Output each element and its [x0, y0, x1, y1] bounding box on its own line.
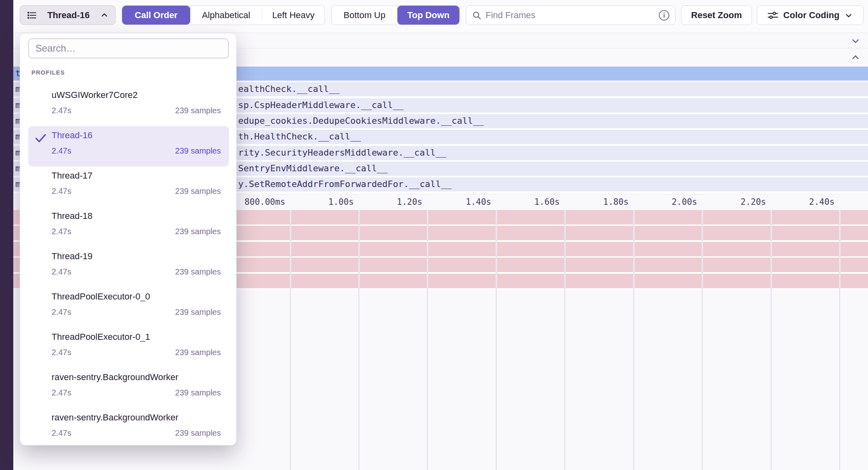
- sliders-icon: [767, 10, 779, 21]
- sort-segmented-control: Call Order Alphabetical Left Heavy: [122, 5, 325, 25]
- segment-left-heavy[interactable]: Left Heavy: [262, 6, 324, 25]
- gridline: [358, 289, 359, 470]
- gridline: [427, 210, 428, 289]
- profile-duration: 2.47s: [52, 308, 71, 317]
- axis-tick: 1.00s: [328, 197, 354, 207]
- chevron-up-icon[interactable]: [850, 52, 861, 62]
- profile-name: Thread-18: [52, 211, 93, 221]
- reset-zoom-label: Reset Zoom: [691, 10, 742, 21]
- profile-name: Thread-17: [52, 171, 93, 181]
- profile-option[interactable]: ThreadPoolExecutor-0_0 2.47s 239 samples: [28, 287, 229, 328]
- gridline: [702, 210, 703, 289]
- profile-samples: 239 samples: [175, 348, 221, 357]
- gridline: [496, 289, 497, 470]
- profile-option-selected[interactable]: Thread-16 2.47s 239 samples: [28, 126, 229, 166]
- profile-samples: 239 samples: [175, 308, 221, 317]
- gridline: [633, 210, 635, 289]
- frame-label: SentryEnvMiddleware.__call__: [238, 163, 388, 173]
- profile-option[interactable]: ThreadPoolExecutor-0_1 2.47s 239 samples: [28, 328, 229, 368]
- gridline: [290, 289, 291, 470]
- gridline: [358, 210, 360, 289]
- profile-samples: 239 samples: [175, 106, 221, 115]
- profile-name: ThreadPoolExecutor-0_0: [52, 291, 150, 302]
- axis-tick: 2.40s: [809, 197, 835, 207]
- profile-option[interactable]: raven-sentry.BackgroundWorker 2.47s 239 …: [28, 408, 229, 449]
- frame-label: rity.SecurityHeadersMiddleware.__call__: [238, 148, 446, 158]
- axis-tick: 2.00s: [672, 197, 697, 207]
- frame-label: ealthCheck.__call__: [238, 84, 340, 94]
- chevron-up-icon: [100, 11, 109, 20]
- profile-samples: 239 samples: [175, 146, 221, 156]
- direction-segmented-control: Bottom Up Top Down: [331, 5, 460, 25]
- color-coding-label: Color Coding: [783, 10, 839, 21]
- axis-tick: 800.00ms: [245, 197, 285, 207]
- profile-duration: 2.47s: [52, 428, 71, 438]
- profile-option[interactable]: raven-sentry.BackgroundWorker 2.47s 239 …: [28, 368, 229, 408]
- profile-name: raven-sentry.BackgroundWorker: [52, 372, 179, 383]
- axis-tick: 1.60s: [534, 197, 560, 207]
- profile-name: uWSGIWorker7Core2: [52, 90, 138, 100]
- gridline: [290, 210, 291, 289]
- gridline: [770, 210, 772, 289]
- profile-duration: 2.47s: [52, 388, 71, 397]
- frame-label: y.SetRemoteAddrFromForwardedFor.__call__: [238, 179, 452, 189]
- profile-samples: 239 samples: [175, 227, 221, 236]
- chevron-down-icon: [844, 11, 853, 20]
- profile-option[interactable]: uWSGIWorker7Core2 2.47s 239 samples: [28, 86, 229, 126]
- profile-samples: 239 samples: [175, 428, 221, 438]
- profile-name: raven-sentry.BackgroundWorker: [52, 412, 179, 423]
- profiles-section-label: PROFILES: [31, 69, 65, 76]
- frame-label: sp.CspHeaderMiddleware.__call__: [238, 100, 404, 110]
- profiling-toolbar: Thread-16 Call Order Alphabetical Left H…: [13, 0, 868, 33]
- axis-tick: 1.40s: [466, 197, 491, 207]
- reset-zoom-button[interactable]: Reset Zoom: [681, 5, 752, 25]
- segment-bottom-up[interactable]: Bottom Up: [332, 6, 397, 25]
- profile-option[interactable]: Thread-18 2.47s 239 samples: [28, 207, 229, 247]
- profile-name: ThreadPoolExecutor-0_1: [52, 332, 150, 342]
- profile-name: Thread-19: [52, 251, 93, 262]
- profile-option[interactable]: Thread-19 2.47s 239 samples: [28, 247, 229, 287]
- profile-duration: 2.47s: [52, 227, 71, 236]
- axis-tick: 1.80s: [603, 197, 629, 207]
- axis-tick: 1.20s: [397, 197, 422, 207]
- profile-samples: 239 samples: [175, 267, 221, 277]
- color-coding-button[interactable]: Color Coding: [757, 5, 864, 25]
- profile-name: Thread-16: [52, 130, 93, 141]
- gridline: [564, 210, 566, 289]
- segment-alphabetical[interactable]: Alphabetical: [190, 6, 262, 25]
- chevron-down-icon[interactable]: [850, 35, 861, 46]
- profile-samples: 239 samples: [175, 187, 221, 196]
- gridline: [633, 289, 634, 470]
- gridline: [427, 289, 428, 470]
- find-frames-search[interactable]: Find Frames i: [466, 5, 675, 25]
- profile-samples: 239 samples: [175, 388, 221, 397]
- gridline: [702, 289, 703, 470]
- thread-selector-dropdown: PROFILES uWSGIWorker7Core2 2.47s 239 sam…: [20, 33, 237, 445]
- gridline: [839, 210, 841, 289]
- dropdown-search-input[interactable]: [28, 38, 229, 58]
- gridline: [770, 289, 772, 470]
- profile-duration: 2.47s: [52, 348, 71, 357]
- profile-duration: 2.47s: [52, 267, 71, 277]
- segment-top-down[interactable]: Top Down: [397, 6, 459, 25]
- thread-selector-label: Thread-16: [47, 10, 89, 21]
- profile-duration: 2.47s: [52, 187, 71, 196]
- frame-label: th.HealthCheck.__call__: [238, 131, 361, 141]
- profile-duration: 2.47s: [52, 106, 71, 115]
- info-icon[interactable]: i: [659, 10, 669, 21]
- segment-call-order[interactable]: Call Order: [122, 6, 190, 25]
- gridline: [564, 289, 565, 470]
- axis-tick: 2.20s: [741, 197, 766, 207]
- thread-selector-button[interactable]: Thread-16: [20, 5, 116, 25]
- gridline: [496, 210, 497, 289]
- profile-duration: 2.47s: [52, 146, 71, 156]
- left-dark-rail: [0, 0, 13, 470]
- gridline: [839, 289, 840, 470]
- profile-option[interactable]: Thread-17 2.47s 239 samples: [28, 166, 229, 207]
- checkmark-icon: [34, 131, 48, 145]
- list-icon: [27, 10, 37, 21]
- frame-label: edupe_cookies.DedupeCookiesMiddleware.__…: [238, 116, 484, 126]
- search-icon: [472, 10, 482, 20]
- find-frames-placeholder: Find Frames: [486, 10, 655, 21]
